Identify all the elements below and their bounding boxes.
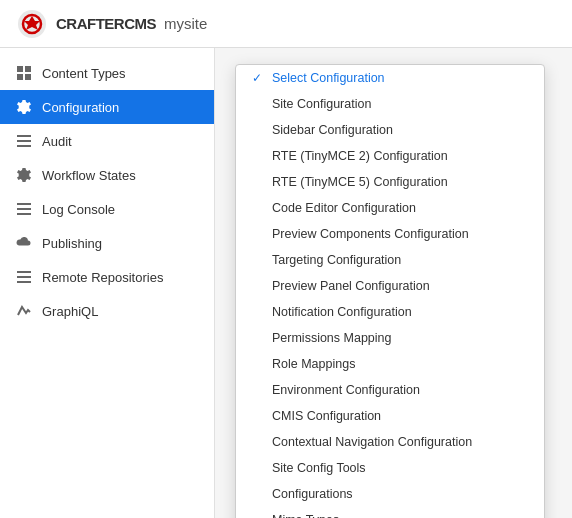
logo-container: CRAFTERCMS mysite <box>16 8 207 40</box>
dropdown-item[interactable]: Contextual Navigation Configuration <box>236 429 544 455</box>
sidebar-item-label: Audit <box>42 134 72 149</box>
svg-rect-15 <box>17 276 31 278</box>
dropdown-item-label: Preview Panel Configuration <box>272 279 430 293</box>
console-icon <box>16 201 32 217</box>
dropdown-item-label: Code Editor Configuration <box>272 201 416 215</box>
svg-rect-12 <box>17 208 31 210</box>
dropdown-item-label: Notification Configuration <box>272 305 412 319</box>
dropdown-item[interactable]: Code Editor Configuration <box>236 195 544 221</box>
dropdown-item-label: RTE (TinyMCE 5) Configuration <box>272 175 448 189</box>
dropdown-item[interactable]: Site Config Tools <box>236 455 544 481</box>
svg-rect-16 <box>17 281 31 283</box>
svg-rect-10 <box>17 145 31 147</box>
repo-icon <box>16 269 32 285</box>
dropdown-item[interactable]: Configurations <box>236 481 544 507</box>
dropdown-item-label: Targeting Configuration <box>272 253 401 267</box>
dropdown-item-label: CMIS Configuration <box>272 409 381 423</box>
dropdown-item-label: Preview Components Configuration <box>272 227 469 241</box>
svg-rect-6 <box>17 74 23 80</box>
configuration-dropdown[interactable]: ✓Select ConfigurationSite ConfigurationS… <box>235 64 545 518</box>
dropdown-item-label: Configurations <box>272 487 353 501</box>
site-name: mysite <box>164 15 207 32</box>
brand-name: CRAFTERCMS <box>56 15 156 32</box>
list-icon <box>16 133 32 149</box>
sidebar-item-label: Content Types <box>42 66 126 81</box>
sidebar-item-log-console[interactable]: Log Console <box>0 192 214 226</box>
dropdown-item[interactable]: Preview Panel Configuration <box>236 273 544 299</box>
sidebar-item-label: Configuration <box>42 100 119 115</box>
dropdown-item[interactable]: Mime Types <box>236 507 544 518</box>
sidebar-item-workflow-states[interactable]: Workflow States <box>0 158 214 192</box>
svg-rect-9 <box>17 140 31 142</box>
dropdown-item-label: Permissions Mapping <box>272 331 392 345</box>
dropdown-item[interactable]: Permissions Mapping <box>236 325 544 351</box>
dropdown-item[interactable]: Site Configuration <box>236 91 544 117</box>
sidebar-item-content-types[interactable]: Content Types <box>0 56 214 90</box>
dropdown-item[interactable]: Notification Configuration <box>236 299 544 325</box>
dropdown-item-label: Mime Types <box>272 513 339 518</box>
dropdown-item[interactable]: Role Mappings <box>236 351 544 377</box>
dropdown-item[interactable]: Environment Configuration <box>236 377 544 403</box>
dropdown-item[interactable]: ✓Select Configuration <box>236 65 544 91</box>
sidebar-item-label: GraphiQL <box>42 304 98 319</box>
cloud-icon <box>16 235 32 251</box>
check-icon: ✓ <box>252 71 264 85</box>
dropdown-item[interactable]: RTE (TinyMCE 5) Configuration <box>236 169 544 195</box>
dropdown-item[interactable]: CMIS Configuration <box>236 403 544 429</box>
svg-rect-13 <box>17 213 31 215</box>
svg-rect-4 <box>17 66 23 72</box>
sidebar-item-label: Remote Repositories <box>42 270 163 285</box>
dropdown-item-label: Environment Configuration <box>272 383 420 397</box>
grid-icon <box>16 65 32 81</box>
sidebar-item-graphiql[interactable]: GraphiQL <box>0 294 214 328</box>
dropdown-item[interactable]: Sidebar Configuration <box>236 117 544 143</box>
dropdown-item-label: Contextual Navigation Configuration <box>272 435 472 449</box>
dropdown-item-label: Site Configuration <box>272 97 371 111</box>
svg-rect-14 <box>17 271 31 273</box>
header: CRAFTERCMS mysite <box>0 0 572 48</box>
dropdown-item[interactable]: Preview Components Configuration <box>236 221 544 247</box>
svg-rect-11 <box>17 203 31 205</box>
svg-point-3 <box>29 21 35 27</box>
gear-small-icon <box>16 167 32 183</box>
sidebar-item-label: Log Console <box>42 202 115 217</box>
dropdown-item-label: Select Configuration <box>272 71 385 85</box>
sidebar-item-remote-repositories[interactable]: Remote Repositories <box>0 260 214 294</box>
dropdown-item-label: RTE (TinyMCE 2) Configuration <box>272 149 448 163</box>
sidebar-item-audit[interactable]: Audit <box>0 124 214 158</box>
dropdown-item-label: Site Config Tools <box>272 461 366 475</box>
svg-rect-7 <box>25 74 31 80</box>
content-area: ✓Select ConfigurationSite ConfigurationS… <box>215 48 572 518</box>
dropdown-item-label: Role Mappings <box>272 357 355 371</box>
svg-rect-5 <box>25 66 31 72</box>
sidebar-item-publishing[interactable]: Publishing <box>0 226 214 260</box>
svg-rect-8 <box>17 135 31 137</box>
crafter-logo <box>16 8 48 40</box>
gear-icon <box>16 99 32 115</box>
graphiql-icon <box>16 303 32 319</box>
sidebar-item-label: Workflow States <box>42 168 136 183</box>
main-layout: Content Types Configuration Audit Workfl… <box>0 48 572 518</box>
dropdown-item[interactable]: RTE (TinyMCE 2) Configuration <box>236 143 544 169</box>
sidebar: Content Types Configuration Audit Workfl… <box>0 48 215 518</box>
dropdown-item[interactable]: Targeting Configuration <box>236 247 544 273</box>
dropdown-item-label: Sidebar Configuration <box>272 123 393 137</box>
sidebar-item-label: Publishing <box>42 236 102 251</box>
sidebar-item-configuration[interactable]: Configuration <box>0 90 214 124</box>
